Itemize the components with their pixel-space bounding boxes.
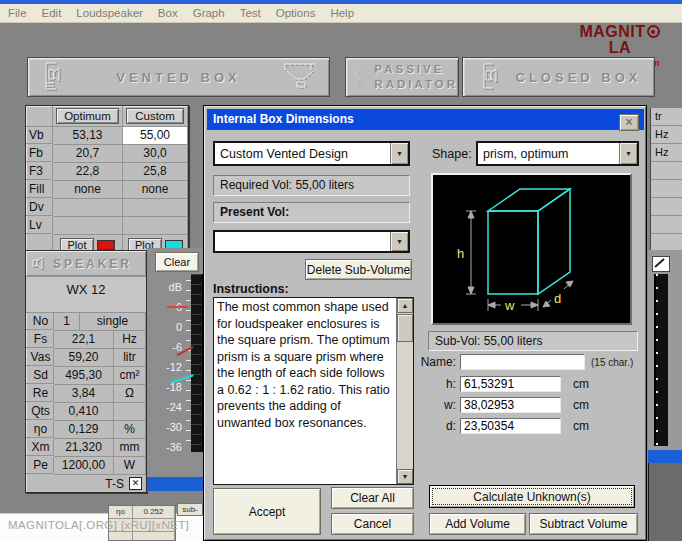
- logo-text-prefix: MAGNIT: [579, 23, 645, 40]
- menu-box[interactable]: Box: [158, 7, 178, 19]
- design-table-corner: [26, 106, 53, 127]
- menu-loudspeaker[interactable]: Loudspeaker: [76, 7, 143, 19]
- logo-o-icon: [647, 25, 660, 38]
- plot-area-fragment: [191, 274, 203, 452]
- depth-input[interactable]: [460, 418, 561, 434]
- pencil-icon: [652, 256, 670, 272]
- qts-unit: [114, 403, 146, 421]
- fs-label: Fs: [26, 331, 54, 348]
- xm-label: Xm: [26, 439, 54, 456]
- dialog-title-bar[interactable]: Internal Box Dimensions ×: [207, 109, 644, 130]
- optimum-plot-color-swatch: [97, 240, 115, 250]
- mini-eta-value: 0.252: [133, 506, 175, 518]
- logo-text-suffix: LA: [609, 39, 631, 56]
- scroll-up-icon[interactable]: ▲: [397, 298, 413, 313]
- design-results-table: Optimum Custom Vb 53,13 55,00 Fb 20,7 30…: [25, 105, 189, 256]
- optimum-column-button[interactable]: Optimum: [56, 108, 119, 124]
- name-hint: (15 char.): [591, 357, 633, 368]
- chevron-down-icon[interactable]: ▼: [390, 143, 408, 164]
- eta-unit: %: [114, 421, 146, 439]
- graph-clear-button[interactable]: Clear: [155, 252, 199, 272]
- sd-value: 495,30: [54, 367, 114, 385]
- delete-subvolume-button[interactable]: Delete Sub-Volume: [305, 259, 412, 280]
- speaker-panel: SPEAKER WX 12 No 1 single Fs 22,1 Hz Vas…: [25, 250, 147, 493]
- vas-unit: litr: [114, 349, 146, 367]
- prism-wireframe: [488, 189, 570, 294]
- bottom-blue-bar-left: [147, 477, 203, 491]
- height-input[interactable]: [460, 376, 561, 392]
- axis-label-n30: -30: [156, 421, 182, 433]
- width-input[interactable]: [460, 397, 561, 413]
- scroll-down-icon[interactable]: ▼: [397, 469, 413, 484]
- re-label: Re: [26, 385, 54, 402]
- background-dark-corner: [648, 463, 682, 541]
- bottom-blue-bar-right: [648, 450, 682, 463]
- optimum-curve-fragment-1: [167, 306, 188, 308]
- cancel-button[interactable]: Cancel: [331, 513, 414, 535]
- design-type-select[interactable]: Custom Vented Design ▼: [213, 141, 410, 166]
- subvolume-select[interactable]: ▼: [213, 230, 410, 253]
- axis-label-db: dB: [156, 281, 182, 293]
- unit-cell-hz1: Hz: [651, 126, 682, 144]
- dv-optimum-value: [53, 199, 123, 217]
- background-units-table: tr Hz Hz: [650, 108, 682, 252]
- instructions-label: Instructions:: [213, 282, 289, 296]
- internal-box-dimensions-dialog: Internal Box Dimensions × Custom Vented …: [203, 105, 647, 541]
- menu-options[interactable]: Options: [276, 7, 316, 19]
- closed-box-button[interactable]: CLOSED BOX: [462, 57, 655, 97]
- menu-help[interactable]: Help: [330, 7, 354, 19]
- closed-box-label: CLOSED BOX: [503, 70, 654, 85]
- subtract-volume-button[interactable]: Subtract Volume: [529, 513, 638, 535]
- row-label-f3: F3: [26, 163, 53, 180]
- scrollbar-thumb[interactable]: [397, 314, 413, 342]
- row-label-fb: Fb: [26, 145, 53, 162]
- passive-line2: RADIATOR: [374, 78, 458, 90]
- background-level-meter: [654, 274, 668, 446]
- qts-label: Qts: [26, 403, 54, 420]
- menu-graph[interactable]: Graph: [193, 7, 225, 19]
- fs-value: 22,1: [54, 331, 114, 349]
- shape-select-value: prism, optimum: [478, 147, 619, 161]
- name-row: Name: (15 char.): [406, 354, 633, 370]
- accept-button[interactable]: Accept: [213, 488, 321, 535]
- menu-file[interactable]: File: [8, 7, 27, 19]
- chevron-down-icon[interactable]: ▼: [390, 232, 408, 251]
- chevron-down-icon[interactable]: ▼: [619, 143, 637, 164]
- width-row: w: cm: [406, 397, 589, 413]
- height-row: h: cm: [406, 376, 589, 392]
- vented-box-button[interactable]: VENTED BOX: [27, 57, 330, 97]
- fill-custom-value: none: [123, 181, 188, 199]
- axis-label-n12: -12: [156, 361, 182, 373]
- design-type-value: Custom Vented Design: [215, 147, 390, 161]
- instructions-box[interactable]: The most common shape used for loudspeak…: [213, 297, 414, 485]
- ts-checkbox[interactable]: ✕: [129, 477, 142, 490]
- custom-column-button[interactable]: Custom: [126, 108, 185, 124]
- h-dimension-label: h: [457, 246, 464, 261]
- h-label: h:: [406, 377, 460, 391]
- d-label: d:: [406, 419, 460, 433]
- unit-cell-litr: tr: [651, 108, 682, 126]
- speaker-header-button[interactable]: SPEAKER: [26, 251, 146, 277]
- add-volume-button[interactable]: Add Volume: [429, 513, 526, 535]
- qts-value: 0,410: [54, 403, 114, 421]
- passive-radiator-button[interactable]: PASSIVE RADIATOR: [345, 57, 459, 97]
- vb-optimum-value: 53,13: [53, 127, 123, 145]
- menu-test[interactable]: Test: [240, 7, 261, 19]
- name-label: Name:: [406, 355, 460, 369]
- vented-box-port-icon: [283, 61, 319, 93]
- shape-select[interactable]: prism, optimum ▼: [476, 141, 639, 166]
- calculate-unknowns-button[interactable]: Calculate Unknown(s): [429, 485, 635, 508]
- speaker-model[interactable]: WX 12: [26, 277, 146, 313]
- status-text: MAGNITOLA[.ORG] [xRU][xNET]: [8, 519, 189, 531]
- clear-all-button[interactable]: Clear All: [331, 487, 414, 509]
- menu-edit[interactable]: Edit: [42, 7, 62, 19]
- d-unit: cm: [573, 419, 589, 433]
- vas-label: Vas: [26, 349, 54, 366]
- close-icon[interactable]: ×: [619, 114, 639, 131]
- sd-label: Sd: [26, 367, 54, 384]
- vb-custom-value[interactable]: 55,00: [123, 127, 188, 145]
- pe-unit: W: [114, 457, 146, 475]
- lv-custom-value: [123, 217, 188, 235]
- dv-custom-value: [123, 199, 188, 217]
- name-input[interactable]: [460, 354, 585, 370]
